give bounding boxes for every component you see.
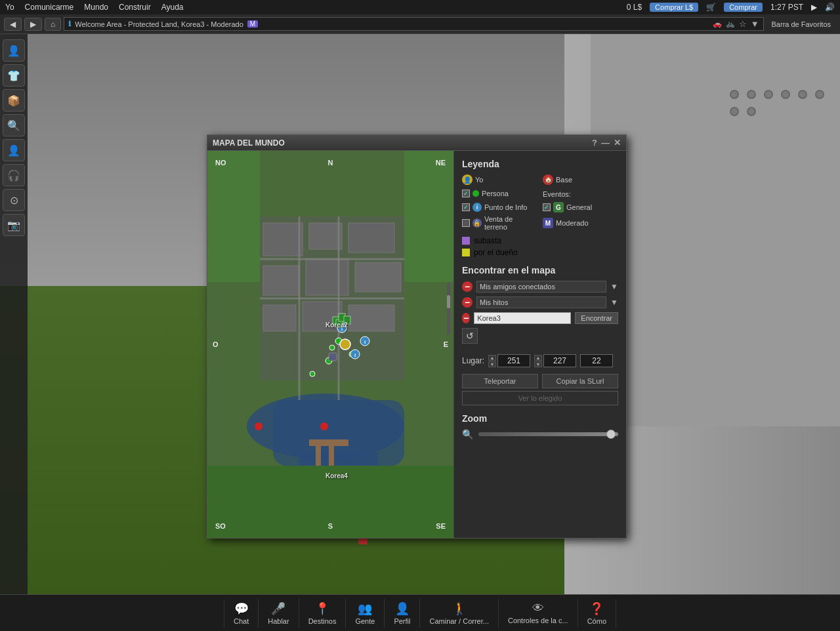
- menu-ayuda[interactable]: Ayuda: [161, 3, 184, 12]
- compass-ne: NE: [436, 159, 446, 167]
- chevron-down-icon[interactable]: ▼: [751, 19, 759, 29]
- svg-text:i: i: [364, 339, 366, 345]
- legend-title: Leyenda: [462, 159, 618, 169]
- zoom-slider[interactable]: [478, 432, 618, 436]
- coord-x-spinner: ▲ ▼: [488, 355, 496, 367]
- coord-x-up[interactable]: ▲: [488, 355, 496, 361]
- home-button[interactable]: ⌂: [45, 18, 61, 31]
- subasta-row: subasta: [462, 236, 618, 245]
- find-arrow-2[interactable]: ▼: [610, 298, 618, 307]
- chat-button[interactable]: 💬 Chat: [224, 599, 259, 628]
- move-button[interactable]: 🚶 Caminar / Correr...: [420, 599, 498, 628]
- nav-bar: ◀ ▶ ⌂ ℹ Welcome Area - Protected Land, K…: [0, 14, 840, 34]
- coord-y-up[interactable]: ▲: [534, 355, 542, 361]
- svg-point-40: [320, 422, 328, 430]
- remove-row3-button[interactable]: −: [462, 313, 470, 323]
- sidebar-camera-icon[interactable]: 📷: [3, 214, 25, 236]
- general-checkbox[interactable]: [543, 203, 551, 211]
- dialog-help-button[interactable]: ?: [592, 138, 597, 148]
- dialog-close-button[interactable]: ✕: [614, 138, 621, 148]
- find-arrow-1[interactable]: ▼: [610, 282, 618, 291]
- svg-point-25: [329, 345, 335, 350]
- svg-rect-22: [404, 151, 453, 282]
- svg-point-26: [310, 371, 315, 377]
- talk-label: Hablar: [268, 617, 289, 625]
- compass-e: E: [444, 340, 448, 348]
- land-legend-icon: 🔒: [472, 218, 482, 228]
- teleport-button[interactable]: Teleportar: [462, 374, 538, 388]
- sidebar-headphones-icon[interactable]: 🎧: [3, 164, 25, 186]
- coord-y-down[interactable]: ▼: [534, 361, 542, 367]
- zoom-thumb[interactable]: [606, 430, 616, 439]
- move-label: Caminar / Correr...: [429, 617, 488, 625]
- gente-button[interactable]: 👥 Gente: [346, 599, 385, 628]
- perfil-label: Perfil: [394, 617, 410, 625]
- menu-mundo[interactable]: Mundo: [84, 3, 108, 12]
- address-badge: M: [247, 20, 258, 28]
- map-canvas[interactable]: i i i: [207, 151, 453, 538]
- sidebar-inventory-icon[interactable]: 📦: [3, 89, 25, 112]
- right-panel: Leyenda 👤 Yo 🏠 Base: [453, 151, 626, 538]
- copy-slurl-button[interactable]: Copiar la SLurl: [542, 374, 618, 388]
- destinos-icon: 📍: [315, 601, 329, 616]
- sidebar-search-icon[interactable]: 🔍: [3, 114, 25, 136]
- coord-z-input[interactable]: 22: [580, 354, 613, 367]
- dialog-minimize-button[interactable]: —: [601, 138, 610, 148]
- sidebar-people-icon[interactable]: 👤: [3, 39, 25, 62]
- destinos-button[interactable]: 📍 Destinos: [299, 599, 346, 628]
- events-label: Eventos:: [543, 190, 618, 198]
- legend-persona-label: Persona: [482, 190, 509, 197]
- chat-icon: 💬: [234, 601, 249, 616]
- camera-ctrl-button[interactable]: 👁 Controles de la c...: [499, 599, 578, 627]
- world-map-dialog: MAPA DEL MUNDO ? — ✕: [207, 134, 627, 539]
- talk-button[interactable]: 🎤 Hablar: [259, 599, 299, 628]
- svg-rect-8: [263, 266, 299, 295]
- talk-icon: 🎤: [271, 601, 285, 616]
- address-bar: ℹ Welcome Area - Protected Land, Korea3 …: [64, 17, 763, 31]
- svg-rect-42: [329, 353, 337, 361]
- compass-so: SO: [215, 522, 226, 530]
- menu-comunicarme[interactable]: Comunicarme: [25, 3, 74, 12]
- favorites-bar[interactable]: Barra de Favoritos: [766, 20, 836, 28]
- land-checkbox[interactable]: [462, 219, 470, 227]
- find-row-2: − Mis hitos ▼: [462, 296, 618, 308]
- buy-linden-button[interactable]: Comprar L$: [650, 3, 698, 12]
- coord-x-down[interactable]: ▼: [488, 361, 496, 367]
- info-checkbox[interactable]: [462, 203, 470, 211]
- yo-legend-icon: 👤: [462, 174, 472, 185]
- find-button[interactable]: Encontrar: [575, 312, 618, 324]
- sidebar-shirt-icon[interactable]: 👕: [3, 64, 25, 87]
- sidebar-radio-icon[interactable]: ⊙: [3, 189, 25, 211]
- general-badge: G: [553, 202, 564, 213]
- compass-o: O: [213, 340, 219, 348]
- legend-section: Leyenda 👤 Yo 🏠 Base: [462, 159, 618, 257]
- view-selected-button[interactable]: Ver lo elegido: [462, 391, 618, 405]
- back-button[interactable]: ◀: [4, 18, 22, 31]
- refresh-button[interactable]: ↺: [462, 328, 478, 344]
- how-button[interactable]: ❓ Cómo: [578, 599, 616, 628]
- find-input[interactable]: [474, 312, 571, 324]
- map-area[interactable]: i i i: [207, 151, 453, 538]
- forward-button[interactable]: ▶: [24, 18, 42, 31]
- perfil-icon: 👤: [395, 601, 410, 616]
- event-moderado: M Moderado: [543, 215, 618, 231]
- find-row-1: − Mis amigos conectados ▼: [462, 281, 618, 293]
- legend-yo: 👤 Yo: [462, 174, 537, 185]
- legend-persona: Persona: [462, 188, 537, 199]
- menu-yo[interactable]: Yo: [5, 3, 14, 12]
- find-select-2[interactable]: Mis hitos: [476, 296, 606, 308]
- find-select-1[interactable]: Mis amigos conectados: [476, 281, 606, 293]
- sidebar-person-icon[interactable]: 👤: [3, 139, 25, 161]
- dueno-color: [462, 249, 470, 256]
- remove-row2-button[interactable]: −: [462, 297, 472, 308]
- perfil-button[interactable]: 👤 Perfil: [385, 599, 420, 628]
- star-icon[interactable]: ☆: [739, 19, 747, 29]
- menu-construir[interactable]: Construir: [119, 3, 151, 12]
- persona-checkbox[interactable]: [462, 190, 470, 197]
- svg-rect-38: [344, 316, 350, 324]
- buy-button[interactable]: Comprar: [724, 3, 763, 12]
- coord-x-input[interactable]: 251: [497, 354, 530, 367]
- coord-y-input[interactable]: 227: [543, 354, 576, 367]
- how-icon: ❓: [589, 601, 604, 616]
- remove-row1-button[interactable]: −: [462, 281, 472, 292]
